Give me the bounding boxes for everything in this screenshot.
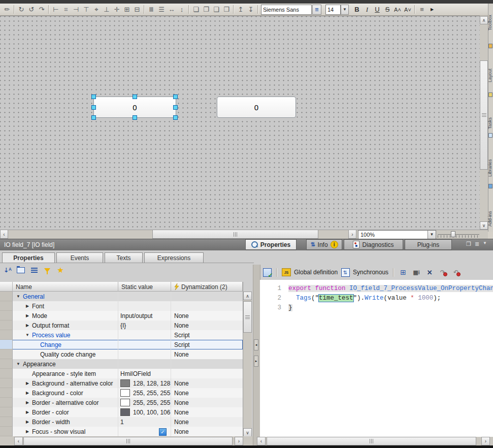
goto-prev-error-icon[interactable]: ↶ — [451, 268, 461, 277]
match-width-icon[interactable]: ⊞ — [122, 5, 132, 14]
canvas-vscrollbar-thumb[interactable] — [480, 60, 488, 170]
text-align-button[interactable]: ≡ — [417, 5, 427, 14]
synchronous-button[interactable]: Synchronous — [353, 269, 388, 276]
static-value-cell[interactable]: 1 — [118, 417, 171, 427]
static-value-cell[interactable] — [118, 349, 171, 359]
rotate-left-icon[interactable]: ↺ — [26, 5, 37, 14]
table-scroll-left-button[interactable]: ‹ — [14, 437, 23, 445]
font-size-dropdown-icon[interactable]: ▼ — [341, 5, 349, 15]
distribute-vertical-icon[interactable]: ☰ — [156, 5, 167, 14]
dynamization-cell[interactable]: None — [171, 311, 243, 321]
property-row-border-width[interactable]: ▶Border - width1None — [0, 417, 243, 427]
increase-font-button[interactable]: A˄ — [392, 5, 403, 14]
color-swatch[interactable] — [120, 379, 130, 387]
property-row-change[interactable]: ChangeScript — [0, 340, 243, 349]
inspector-tab-diagnostics[interactable]: Diagnostics — [344, 239, 403, 250]
rotate-right-icon[interactable]: ↻ — [16, 5, 26, 14]
code-line[interactable]: 3} — [260, 303, 493, 313]
static-value-cell[interactable] — [118, 330, 171, 340]
property-row-quality-code-change[interactable]: Quality code changeNone — [0, 349, 243, 359]
static-value-cell[interactable]: 100, 100, 106 — [118, 407, 171, 417]
align-left-icon[interactable]: ⊢ — [51, 5, 61, 14]
selection-handle-nw[interactable] — [91, 94, 96, 99]
match-height-icon[interactable]: ⊟ — [132, 5, 142, 14]
property-row-font[interactable]: ▶Font — [0, 301, 243, 311]
collapsed-arrow-icon[interactable]: ▶ — [25, 391, 30, 395]
validate-script-icon[interactable] — [262, 268, 272, 277]
property-row-background-color[interactable]: ▶Background - color255, 255, 255None — [0, 388, 243, 398]
sidebar-tab-layout[interactable]: Layout — [488, 51, 493, 82]
align-center-horizontal-icon[interactable]: ⌗ — [61, 5, 71, 14]
property-row-process-value[interactable]: ▼Process valueScript — [0, 330, 243, 340]
property-name-cell[interactable]: ▶Background - color — [13, 388, 118, 398]
sidebar-tab-toolbox[interactable]: Toolbox — [488, 4, 493, 30]
property-name-cell[interactable]: ▼Appearance — [13, 359, 118, 369]
font-size-value[interactable]: 14 — [325, 5, 341, 15]
static-value-cell[interactable]: 255, 255, 255 — [118, 388, 171, 398]
favorites-icon[interactable]: ★ — [56, 266, 65, 275]
dynamization-cell[interactable] — [171, 292, 243, 301]
zoom-slider[interactable] — [438, 230, 479, 238]
equal-height-icon[interactable]: ↕ — [177, 5, 187, 14]
font-family-combo[interactable]: Siemens Sans ≣ — [261, 5, 321, 15]
collapsed-arrow-icon[interactable]: ▶ — [25, 400, 30, 405]
font-size-combo[interactable]: 14 ▼ — [325, 5, 349, 15]
dynamization-cell[interactable]: None — [171, 378, 243, 388]
inspector-tab-info[interactable]: ⇅ Info i — [306, 239, 342, 250]
decrease-font-button[interactable]: A˅ — [403, 5, 413, 14]
property-name-cell[interactable]: ▶Border - color — [13, 407, 118, 417]
checkbox-checked-icon[interactable]: ✓ — [159, 428, 167, 436]
selection-handle-s[interactable] — [133, 115, 137, 120]
property-name-cell[interactable]: ▶Output format — [13, 321, 118, 330]
splitter-collapse-right-button[interactable]: ▸ — [254, 356, 258, 367]
property-name-cell[interactable]: ▶Background - alternative color — [13, 378, 118, 388]
sidebar-tab-tasks[interactable]: Tasks — [488, 100, 493, 129]
selection-handle-e[interactable] — [173, 105, 178, 110]
static-value-cell[interactable]: {I} — [118, 321, 171, 330]
io-field-7[interactable]: 0 — [93, 97, 176, 118]
table-scroll-up-button[interactable]: ∧ — [243, 292, 252, 300]
property-name-cell[interactable]: ▶Font — [13, 301, 118, 311]
collapsed-arrow-icon[interactable]: ▶ — [25, 323, 30, 328]
property-name-cell[interactable]: ▶Focus - show visual — [13, 427, 118, 436]
property-name-cell[interactable]: Appearance - style item — [13, 369, 118, 378]
script-scroll-right-button[interactable]: › — [481, 437, 490, 445]
io-field-8[interactable]: 0 — [217, 97, 296, 118]
tab-order-down-icon[interactable]: ↧ — [246, 5, 256, 14]
list-view-icon[interactable] — [29, 266, 39, 275]
header-static-value[interactable]: Static value — [118, 282, 171, 292]
goto-next-error-icon[interactable]: ↷ — [438, 268, 447, 277]
collapsed-arrow-icon[interactable]: ▶ — [25, 410, 30, 414]
property-row-output-format[interactable]: ▶Output format{I}None — [0, 321, 243, 330]
property-name-cell[interactable]: ▶Border - width — [13, 417, 118, 427]
property-name-cell[interactable]: Change — [13, 340, 118, 349]
script-scroll-left-button[interactable]: ‹ — [257, 437, 266, 445]
dynamization-cell[interactable] — [171, 369, 243, 378]
zoom-slider-thumb[interactable] — [451, 231, 455, 237]
dynamization-cell[interactable]: None — [171, 321, 243, 330]
static-value-cell[interactable] — [118, 340, 171, 349]
bring-to-front-icon[interactable]: ❏ — [191, 5, 201, 14]
selection-handle-n[interactable] — [133, 94, 137, 99]
align-middle-icon[interactable]: ⌖ — [91, 5, 102, 14]
property-row-appearance[interactable]: ▼Appearance — [0, 359, 243, 369]
expanded-arrow-icon[interactable]: ▼ — [25, 333, 30, 337]
tab-expressions[interactable]: Expressions — [144, 252, 204, 263]
js-file-icon[interactable]: JS — [282, 268, 291, 277]
align-top-icon[interactable]: ⊤ — [81, 5, 91, 14]
collapsed-arrow-icon[interactable]: ▶ — [25, 420, 30, 424]
bold-button[interactable]: B — [352, 5, 362, 14]
expanded-arrow-icon[interactable]: ▼ — [16, 294, 21, 299]
static-value-cell[interactable] — [118, 359, 171, 369]
selection-handle-w[interactable] — [91, 105, 96, 110]
property-name-cell[interactable]: ▶Border - alternative color — [13, 398, 118, 407]
table-scroll-down-button[interactable]: ∨ — [243, 428, 252, 437]
float-pane-icon[interactable]: ❐ — [466, 241, 471, 247]
dynamization-cell[interactable]: Script — [171, 330, 243, 340]
property-row-appearance-style-item[interactable]: Appearance - style itemHmiIOField — [0, 369, 243, 378]
header-dynamization[interactable]: Dynamization (2) — [171, 282, 243, 292]
canvas-hscrollbar-thumb[interactable] — [152, 230, 318, 239]
sort-az-icon[interactable]: ⇣ᴬ — [3, 266, 12, 275]
dynamization-cell[interactable]: None — [171, 427, 243, 436]
send-backward-icon[interactable]: ❑ — [211, 5, 221, 14]
